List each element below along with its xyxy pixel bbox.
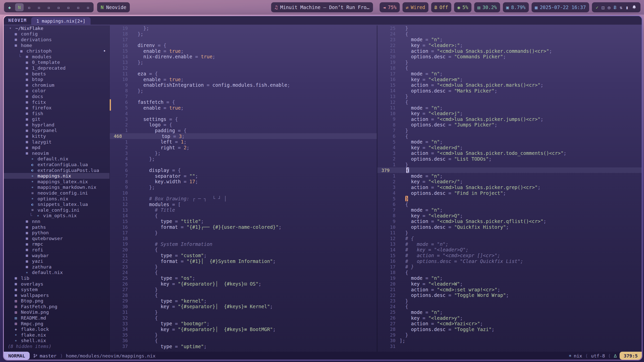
tree-item-vim-opts-nix[interactable]: └ ∗vim_opts.nix xyxy=(4,213,109,219)
active-app-indicator[interactable]: N Neovide xyxy=(97,2,130,12)
code-line[interactable]: 17 } xyxy=(110,230,377,236)
code-line[interactable]: 28 options.desc = "Toggle Yazi"; xyxy=(377,326,642,332)
code-line[interactable]: 14 nix-direnv.enable = true; xyxy=(110,54,377,60)
tree-item-neovide-config-ini[interactable]: ≡neovide_config.ini xyxy=(4,190,109,196)
tree-item-rmpc[interactable]: ■rmpc xyxy=(4,241,109,247)
code-line[interactable]: 3 settings = { xyxy=(110,116,377,122)
code-line[interactable]: 3 action = "<cmd>lua Snacks.picker.todo_… xyxy=(377,150,642,156)
tree-item-mappings-markdown-nix[interactable]: ∗mappings_markdown.nix xyxy=(4,185,109,190)
tree-item-christoph[interactable]: ■christoph• xyxy=(4,48,109,54)
tree-item-paths[interactable]: ■paths xyxy=(4,224,109,230)
code-line[interactable]: 10 xyxy=(110,190,377,196)
code-line[interactable]: 11 eza = { xyxy=(110,71,377,77)
code-line[interactable]: 3 action = "<cmd>lua Snacks.picker.grep(… xyxy=(377,185,642,190)
network-module[interactable]: ⇄Wired xyxy=(403,2,428,12)
tree-item-shell-nix[interactable]: ∗shell.nix xyxy=(4,338,109,344)
code-line[interactable]: 25 mode = "n"; xyxy=(377,309,642,315)
disk-module[interactable]: ▣8.79% xyxy=(503,2,529,12)
memory-module[interactable]: ▤30.2% xyxy=(474,2,500,12)
code-line[interactable]: 2 logo = { xyxy=(110,122,377,128)
code-line[interactable]: 12 { xyxy=(377,99,642,105)
code-line[interactable]: 28 { xyxy=(110,292,377,298)
code-line[interactable]: 9 action = "<cmd>lua Snacks.picker.jumps… xyxy=(377,116,642,122)
tree-item-default-nix[interactable]: ∗default.nix xyxy=(4,156,109,162)
workspace-8[interactable]: ▫ xyxy=(74,3,83,11)
code-line[interactable]: 7 separator = ""; xyxy=(110,173,377,179)
code-line[interactable]: 17 mode = "n"; xyxy=(377,71,642,77)
tree-item-docs[interactable]: ■docs xyxy=(4,94,109,99)
code-line[interactable]: 32 { xyxy=(110,315,377,321)
code-line[interactable]: 13 # Title xyxy=(110,207,377,213)
code-line[interactable]: 24 { xyxy=(110,270,377,276)
verified-icon[interactable]: ✓ xyxy=(596,5,598,10)
tree-item-default-nix[interactable]: ∗default.nix xyxy=(4,270,109,276)
code-line[interactable]: 14 { xyxy=(110,213,377,219)
tree-item-hyprland[interactable]: ■hyprland xyxy=(4,122,109,128)
network-tray-icon[interactable]: ⇅ xyxy=(620,5,622,10)
tree-item-qutebrowser[interactable]: ■qutebrowser xyxy=(4,236,109,241)
code-line[interactable]: 36 { xyxy=(110,338,377,344)
tree-item-btop-png[interactable]: ▨Btop.png xyxy=(4,298,109,304)
code-line[interactable]: 1 } xyxy=(377,162,642,167)
code-line[interactable]: 23 } xyxy=(377,298,642,304)
code-line[interactable]: 19 }; xyxy=(110,25,377,31)
tree-item-lib[interactable]: ■lib xyxy=(4,275,109,281)
code-line[interactable]: 1 mode = "n"; xyxy=(377,173,642,179)
code-line[interactable]: 10 options.desc = "Quickfix History"; xyxy=(377,224,642,230)
code-line[interactable]: 18 { xyxy=(377,270,642,276)
bluetooth-tray-icon[interactable]: Ƀ xyxy=(614,5,616,10)
tree-item-neovim-png[interactable]: ▨NeoVim.png xyxy=(4,309,109,315)
code-line[interactable]: 25 } xyxy=(377,25,642,31)
battery-icon[interactable]: ▮ xyxy=(626,5,628,10)
code-line[interactable]: 19 mode = "n"; xyxy=(377,275,642,281)
code-line[interactable]: 18 { xyxy=(377,65,642,71)
code-line[interactable]: 18 xyxy=(110,236,377,241)
code-line[interactable]: 14 options.desc = "Marks Picker"; xyxy=(377,88,642,94)
code-line[interactable]: 15 type = "title"; xyxy=(110,218,377,224)
bluetooth-module[interactable]: ɃOff xyxy=(431,2,451,12)
code-line[interactable]: 468 top = 3; xyxy=(110,133,377,139)
code-line[interactable]: 8 options.desc = "Jumps Picker"; xyxy=(377,122,642,128)
code-line[interactable]: 14 # key = "<leader>Q"; xyxy=(377,247,642,253)
code-line[interactable]: 13 }; xyxy=(110,60,377,65)
code-line[interactable]: 24 { xyxy=(377,304,642,309)
tree-item-rofi[interactable]: ■rofi xyxy=(4,247,109,253)
code-line[interactable]: 19 # System Information xyxy=(110,241,377,247)
tree-item-snippets-latex-lua[interactable]: ◐snippets_latex.lua xyxy=(4,201,109,207)
code-line[interactable]: 6 { xyxy=(377,201,642,207)
code-line[interactable]: 20 { xyxy=(110,247,377,253)
code-line[interactable]: 7 } xyxy=(377,128,642,133)
code-line[interactable]: 22 key = "<leader>:"; xyxy=(377,42,642,48)
code-line[interactable]: 8 key = "<leader>Q"; xyxy=(377,213,642,219)
tree-item-mpd[interactable]: ■mpd xyxy=(4,145,109,150)
clock-module[interactable]: ▦2025-07-22 16:37 xyxy=(532,2,589,12)
editor-pane-right[interactable]: 25 }24 {23 mode = "n";22 key = "<leader>… xyxy=(377,25,642,352)
code-line[interactable]: 7 xyxy=(110,94,377,99)
code-line[interactable]: 6 display = { xyxy=(110,167,377,173)
tree-item-home[interactable]: ■home xyxy=(4,42,109,48)
code-line[interactable]: 17 # } xyxy=(377,264,642,270)
code-line[interactable]: 12 modules = [ xyxy=(110,201,377,207)
code-line[interactable]: 30 key = "{#separator}│ {#keys}≡ Kernel"… xyxy=(110,304,377,309)
code-line[interactable]: 7 mode = "n"; xyxy=(377,207,642,213)
tree-item-extraconfiglua-lua[interactable]: ◐extraConfigLua.lua xyxy=(4,162,109,167)
code-line[interactable]: 24 { xyxy=(377,31,642,37)
code-line[interactable]: 1 left = 1; xyxy=(110,139,377,145)
code-line[interactable]: 11 # Box Drawing: ┌ ─ ┐ └ ┘ │ xyxy=(110,196,377,202)
tree-item-config[interactable]: ■config xyxy=(4,31,109,37)
code-line[interactable]: 9 }; xyxy=(110,185,377,190)
code-line[interactable]: 9 action = "<cmd>lua Snacks.picker.qflis… xyxy=(377,218,642,224)
code-line[interactable]: 5 mode = "n"; xyxy=(377,139,642,145)
code-line[interactable]: 4 }; xyxy=(110,156,377,162)
tree-item-color[interactable]: ■color xyxy=(4,88,109,94)
code-line[interactable]: 2 key = "<leader>/"; xyxy=(377,179,642,185)
code-line[interactable]: 9 enableFishIntegration = config.modules… xyxy=(110,82,377,88)
code-line[interactable]: 1 padding = { xyxy=(110,128,377,133)
tree-item-wallpapers[interactable]: ■wallpapers xyxy=(4,292,109,298)
cpu-module[interactable]: ◉5% xyxy=(454,2,471,12)
code-line[interactable]: 31 xyxy=(377,343,642,349)
display-icon[interactable]: ◫ xyxy=(602,5,605,10)
code-line[interactable]: 20 key = "<leader>W"; xyxy=(377,281,642,287)
tab-mappings-nix[interactable]: 1 mappings.nix[2+] xyxy=(31,17,90,25)
workspace-4[interactable]: ▫ xyxy=(35,3,43,11)
